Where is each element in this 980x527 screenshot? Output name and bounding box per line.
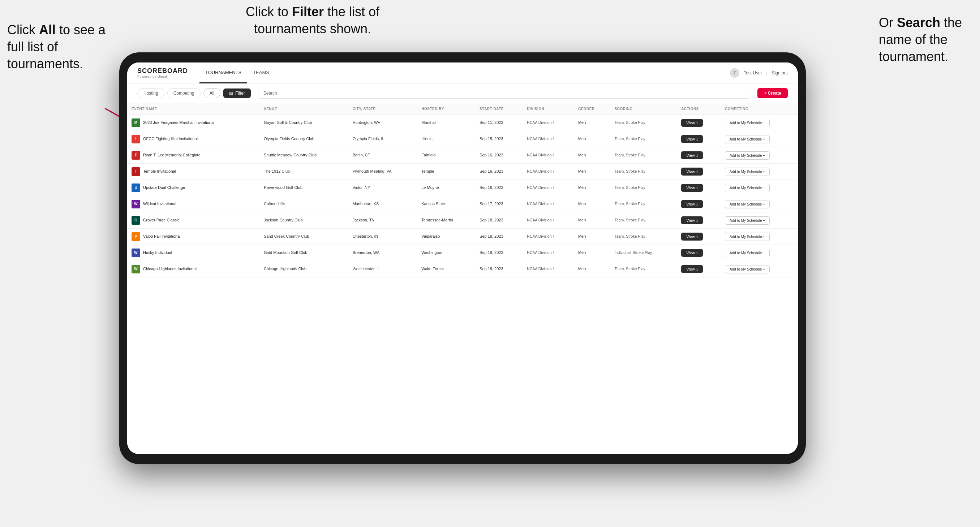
cell-division: NCAA Division I — [522, 261, 574, 278]
cell-scoring: Team, Stroke Play — [610, 213, 677, 229]
tab-hosting[interactable]: Hosting — [137, 88, 164, 98]
cell-venue: Olympia Fields Country Club — [259, 131, 348, 148]
cell-hosted-by: Valparaiso — [417, 229, 475, 245]
table-row: G Grover Page Classic Jackson Country Cl… — [127, 213, 798, 229]
cell-start-date: Sep 15, 2023 — [475, 131, 522, 148]
info-icon: ℹ — [696, 154, 698, 157]
cell-city-state: Jackson, TN — [348, 213, 417, 229]
view-button[interactable]: View ℹ — [681, 135, 703, 143]
info-icon: ℹ — [696, 251, 698, 255]
table-header: EVENT NAME VENUE CITY, STATE HOSTED BY S… — [127, 103, 798, 115]
cell-competing: Add to My Schedule + — [721, 180, 798, 196]
cell-competing: Add to My Schedule + — [721, 163, 798, 180]
cell-event-name: I OFCC Fighting Illini Invitational — [127, 131, 259, 148]
tab-all[interactable]: All — [204, 88, 220, 98]
cell-hosted-by: Washington — [417, 245, 475, 261]
cell-venue: Gold Mountain Golf Club — [259, 245, 348, 261]
view-button[interactable]: View ℹ — [681, 168, 703, 176]
table-row: W Chicago Highlands Invitational Chicago… — [127, 261, 798, 278]
cell-hosted-by: Fairfield — [417, 148, 475, 163]
add-to-schedule-button[interactable]: Add to My Schedule + — [725, 216, 770, 225]
info-icon: ℹ — [696, 235, 698, 239]
create-button[interactable]: + Create — [757, 88, 788, 98]
cell-city-state: Chesterton, IN — [348, 229, 417, 245]
add-to-schedule-button[interactable]: Add to My Schedule + — [725, 249, 770, 257]
nav-tournaments[interactable]: TOURNAMENTS — [199, 62, 247, 83]
cell-scoring: Individual, Stroke Play — [610, 245, 677, 261]
col-hosted-by: HOSTED BY — [417, 103, 475, 115]
cell-hosted-by: Kansas State — [417, 196, 475, 213]
cell-hosted-by: Wake Forest — [417, 261, 475, 278]
table-row: M 2023 Joe Feaganes Marshall Invitationa… — [127, 115, 798, 131]
add-to-schedule-button[interactable]: Add to My Schedule + — [725, 119, 770, 127]
add-to-schedule-button[interactable]: Add to My Schedule + — [725, 233, 770, 241]
cell-city-state: Olympia Fields, IL — [348, 131, 417, 148]
search-input-wrap — [258, 88, 751, 98]
cell-event-name: W Husky Individual — [127, 245, 259, 261]
cell-competing: Add to My Schedule + — [721, 245, 798, 261]
cell-event-name: G Grover Page Classic — [127, 213, 259, 229]
view-button[interactable]: View ℹ — [681, 233, 703, 241]
add-to-schedule-button[interactable]: Add to My Schedule + — [725, 151, 770, 160]
view-button[interactable]: View ℹ — [681, 216, 703, 224]
add-to-schedule-button[interactable]: Add to My Schedule + — [725, 168, 770, 176]
team-logo: W — [132, 265, 140, 273]
navbar: SCOREBOARD Powered by clippd TOURNAMENTS… — [127, 62, 798, 83]
col-actions: ACTIONS — [677, 103, 721, 115]
col-gender: GENDER — [574, 103, 610, 115]
table-row: W Wildcat Invitational Colbert Hills Man… — [127, 196, 798, 213]
cell-city-state: Westchester, IL — [348, 261, 417, 278]
tournaments-table-container: EVENT NAME VENUE CITY, STATE HOSTED BY S… — [127, 103, 798, 454]
view-button[interactable]: View ℹ — [681, 249, 703, 257]
cell-start-date: Sep 17, 2023 — [475, 196, 522, 213]
cell-division: NCAA Division I — [522, 180, 574, 196]
user-avatar: T — [730, 68, 739, 78]
team-logo: I — [132, 135, 140, 143]
cell-start-date: Sep 18, 2023 — [475, 213, 522, 229]
view-button[interactable]: View ℹ — [681, 119, 703, 127]
cell-scoring: Team, Stroke Play — [610, 163, 677, 180]
add-to-schedule-button[interactable]: Add to My Schedule + — [725, 184, 770, 192]
cell-competing: Add to My Schedule + — [721, 131, 798, 148]
event-name-text: Chicago Highlands Invitational — [143, 266, 197, 271]
cell-event-name: W Chicago Highlands Invitational — [127, 261, 259, 278]
cell-start-date: Sep 18, 2023 — [475, 261, 522, 278]
cell-gender: Men — [574, 229, 610, 245]
filter-button[interactable]: ▤ Filter — [223, 89, 251, 98]
nav-teams[interactable]: TEAMS — [247, 62, 275, 83]
cell-actions: View ℹ — [677, 196, 721, 213]
cell-gender: Men — [574, 163, 610, 180]
signout-link[interactable]: Sign out — [772, 70, 788, 76]
cell-city-state: Manhattan, KS — [348, 196, 417, 213]
col-venue: VENUE — [259, 103, 348, 115]
cell-scoring: Team, Stroke Play — [610, 261, 677, 278]
cell-competing: Add to My Schedule + — [721, 148, 798, 163]
view-button[interactable]: View ℹ — [681, 200, 703, 208]
tournaments-table: EVENT NAME VENUE CITY, STATE HOSTED BY S… — [127, 103, 798, 278]
tab-competing[interactable]: Competing — [167, 88, 200, 98]
info-icon: ℹ — [696, 170, 698, 174]
cell-start-date: Sep 18, 2023 — [475, 229, 522, 245]
cell-start-date: Sep 16, 2023 — [475, 163, 522, 180]
search-input[interactable] — [258, 88, 751, 98]
annotation-topmid: Click to Filter the list oftournaments s… — [246, 3, 379, 38]
cell-competing: Add to My Schedule + — [721, 213, 798, 229]
view-button[interactable]: View ℹ — [681, 184, 703, 192]
view-button[interactable]: View ℹ — [681, 265, 703, 273]
cell-start-date: Sep 16, 2023 — [475, 180, 522, 196]
cell-actions: View ℹ — [677, 148, 721, 163]
cell-hosted-by: Tennessee-Martin — [417, 213, 475, 229]
cell-scoring: Team, Stroke Play — [610, 115, 677, 131]
cell-competing: Add to My Schedule + — [721, 115, 798, 131]
team-logo: T — [132, 167, 140, 176]
view-button[interactable]: View ℹ — [681, 151, 703, 159]
cell-competing: Add to My Schedule + — [721, 196, 798, 213]
cell-event-name: W Wildcat Invitational — [127, 196, 259, 213]
add-to-schedule-button[interactable]: Add to My Schedule + — [725, 265, 770, 273]
add-to-schedule-button[interactable]: Add to My Schedule + — [725, 135, 770, 143]
cell-actions: View ℹ — [677, 163, 721, 180]
cell-event-name: U Upstate Dual Challenge — [127, 180, 259, 196]
add-to-schedule-button[interactable]: Add to My Schedule + — [725, 200, 770, 208]
event-name-text: Ryan T. Lee Memorial Collegiate — [143, 152, 200, 158]
col-city-state: CITY, STATE — [348, 103, 417, 115]
